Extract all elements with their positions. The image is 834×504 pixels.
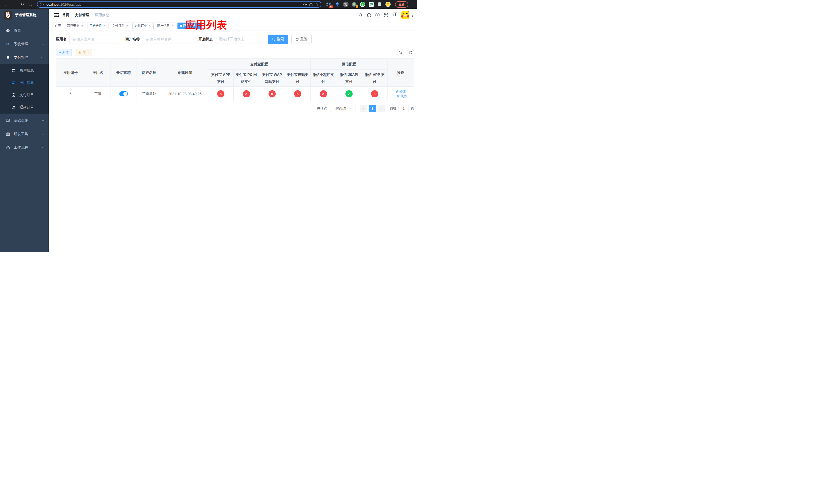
help-icon[interactable]: ?: [374, 12, 381, 19]
cell-actions: 修改 删除: [388, 87, 414, 101]
address-bar[interactable]: i localhost:1024/pay/app ☆: [37, 1, 321, 8]
cell-wx-app: ✕: [362, 87, 388, 101]
app-name-label: 应用名: [56, 37, 67, 42]
sidebar-item-label: 支付管理: [14, 55, 42, 60]
add-button[interactable]: + 新增: [56, 49, 72, 56]
command-glyph: ⌘: [343, 2, 349, 7]
search-button[interactable]: 搜索: [268, 35, 288, 44]
browser-menu-icon[interactable]: ⋮: [410, 2, 414, 7]
export-button[interactable]: 导出: [75, 49, 92, 56]
prev-page-button[interactable]: ‹: [360, 105, 367, 112]
status-select[interactable]: 请选择开启状态: [216, 35, 264, 44]
edit-label: 修改: [399, 89, 406, 94]
profile-avatar-icon[interactable]: [385, 2, 391, 7]
app-name-input[interactable]: [69, 35, 118, 44]
tab-refund-orders[interactable]: 退款订单×: [132, 23, 154, 29]
sidebar-item-label: 系统管理: [14, 42, 42, 46]
close-icon[interactable]: ×: [148, 24, 151, 28]
sidebar-item-payment[interactable]: ¥ 支付管理: [0, 51, 49, 64]
page-1-button[interactable]: 1: [369, 105, 376, 112]
delete-link[interactable]: 删除: [397, 94, 407, 98]
next-page-button[interactable]: ›: [377, 105, 385, 112]
sidebar-item-merchant-info[interactable]: 商户信息: [0, 64, 49, 77]
github-icon[interactable]: [366, 12, 372, 19]
browser-back-icon[interactable]: ←: [3, 1, 9, 8]
bookmark-star-icon[interactable]: ☆: [315, 2, 318, 6]
tags-view: 首页 流程表单× 用户分组× 支付订单× 退款订单× 商户信息× 应用信息×: [49, 22, 417, 30]
edit-link[interactable]: 修改: [395, 89, 406, 94]
sidebar-item-dev-tools[interactable]: 研发工具: [0, 127, 49, 141]
password-key-icon[interactable]: [303, 2, 307, 6]
toolbox-icon: [6, 145, 10, 150]
command-extension-icon[interactable]: ⌘: [343, 2, 349, 7]
tab-pay-orders[interactable]: 支付订单×: [110, 23, 131, 29]
goto-page-input[interactable]: [398, 105, 409, 112]
logo-link[interactable]: 芋道管理系统: [0, 9, 49, 22]
pagination: 共 1 条 10条/页 ‹ 1 › 前往 页: [56, 105, 414, 112]
breadcrumb-separator: /: [71, 13, 72, 17]
search-icon[interactable]: [357, 12, 364, 19]
font-size-icon[interactable]: TT: [391, 12, 398, 19]
gem-extension-icon[interactable]: [334, 2, 340, 7]
tab-app-info[interactable]: 应用信息×: [177, 23, 202, 29]
sidebar-item-infrastructure[interactable]: 基础设施: [0, 114, 49, 127]
user-avatar[interactable]: [401, 11, 409, 19]
breadcrumb-payment[interactable]: 支付管理: [75, 13, 89, 18]
sidebar-item-workflow[interactable]: 工作流程: [0, 141, 49, 154]
fullscreen-icon[interactable]: [382, 12, 389, 19]
page-size-select[interactable]: 10条/页: [330, 105, 355, 112]
sidebar-item-app-info[interactable]: 应用信息: [0, 77, 49, 89]
avatar-caret-icon[interactable]: ▾: [411, 13, 414, 18]
breadcrumb-home[interactable]: 首页: [62, 13, 69, 18]
tab-process-form[interactable]: 流程表单×: [65, 23, 86, 29]
filter-form: 应用名 商户名称 开启状态 请选择开启状态 搜索 重置: [56, 35, 414, 44]
y-logo-extension-icon[interactable]: y: [360, 2, 366, 7]
col-created: 创建时间: [162, 59, 208, 87]
sidebar-item-label: 首页: [14, 28, 44, 33]
merchant-name-input[interactable]: [142, 35, 191, 44]
toggle-knob: [123, 92, 128, 96]
browser-forward-icon[interactable]: →: [11, 1, 18, 8]
sidebar-item-refund-orders[interactable]: 退款订单: [0, 101, 49, 114]
cell-alipay-wap: ✕: [259, 87, 285, 101]
cell-status: [111, 87, 136, 101]
tab-merchant-info[interactable]: 商户信息×: [155, 23, 176, 29]
tab-label: 支付订单: [112, 24, 124, 28]
tab-label: 首页: [55, 24, 61, 28]
browser-update-button[interactable]: 更新: [395, 1, 408, 8]
refresh-icon: [409, 51, 412, 54]
browser-chrome: ← → ↻ ⌂ i localhost:1024/pay/app ☆ 10 ⌘ …: [0, 0, 417, 9]
reset-button-label: 重置: [300, 37, 307, 42]
close-icon[interactable]: ×: [103, 24, 106, 28]
close-icon[interactable]: ×: [126, 24, 129, 28]
close-icon[interactable]: ×: [81, 24, 84, 28]
reset-button[interactable]: 重置: [291, 35, 312, 44]
refresh-button[interactable]: [407, 49, 414, 56]
sidebar-item-pay-orders[interactable]: 支付订单: [0, 89, 49, 101]
chevron-down-icon: [259, 38, 262, 40]
browser-home-icon[interactable]: ⌂: [27, 1, 34, 8]
hamburger-icon[interactable]: [52, 10, 61, 20]
extensions-cluster: 10 ⌘ 1 y: [324, 2, 392, 7]
cell-wx-mini: ✕: [311, 87, 336, 101]
sidebar-item-label: 商户信息: [20, 68, 34, 73]
download-icon: [78, 51, 81, 54]
tab-user-group[interactable]: 用户分组×: [87, 23, 109, 29]
gear-icon: ⚙: [6, 42, 10, 46]
extensions-puzzle-icon[interactable]: [377, 2, 382, 7]
browser-reload-icon[interactable]: ↻: [19, 1, 26, 8]
share-icon[interactable]: [309, 3, 313, 6]
hide-search-button[interactable]: [397, 49, 404, 56]
sidebar-item-home[interactable]: 首页: [0, 24, 49, 37]
status-toggle[interactable]: [119, 91, 128, 96]
sidebar-item-system[interactable]: ⚙ 系统管理: [0, 37, 49, 51]
site-info-icon[interactable]: i: [40, 3, 44, 6]
close-icon[interactable]: ×: [197, 24, 200, 28]
recorder-extension-icon[interactable]: 1: [351, 2, 357, 7]
tab-home[interactable]: 首页: [52, 23, 63, 29]
translate-extension-icon[interactable]: 10: [326, 2, 332, 7]
chat-extension-icon[interactable]: [368, 2, 374, 7]
close-icon[interactable]: ×: [171, 24, 174, 28]
recorder-badge: 1: [356, 5, 358, 8]
col-alipay-app: 支付宝 APP 支付: [208, 70, 234, 87]
